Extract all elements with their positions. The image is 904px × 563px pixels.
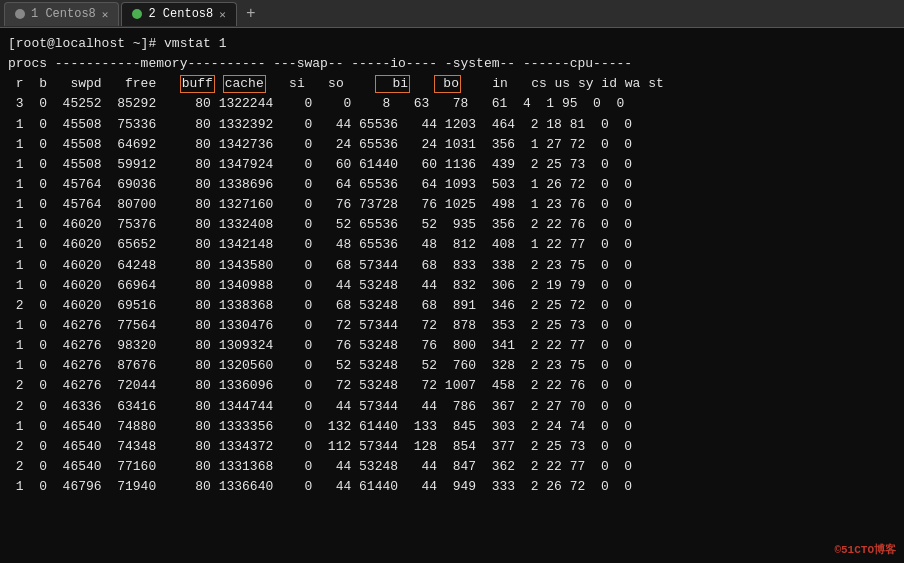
cache-highlight: cache <box>223 75 266 93</box>
table-row: 1 0 46020 65652 80 1342148 0 48 65536 48… <box>8 235 896 255</box>
bo-highlight: bo <box>434 75 461 93</box>
command-line: [root@localhost ~]# vmstat 1 <box>8 34 896 54</box>
table-row: 1 0 46796 71940 80 1336640 0 44 61440 44… <box>8 477 896 497</box>
header-line-1: procs -----------memory---------- ---swa… <box>8 54 896 74</box>
table-row: 1 0 45508 64692 80 1342736 0 24 65536 24… <box>8 135 896 155</box>
tab-add-button[interactable]: + <box>239 2 263 26</box>
tab-2-icon <box>132 9 142 19</box>
table-row: 1 0 45508 75336 80 1332392 0 44 65536 44… <box>8 115 896 135</box>
tab-2[interactable]: 2 Centos8 ✕ <box>121 2 236 26</box>
table-row: 1 0 46020 64248 80 1343580 0 68 57344 68… <box>8 256 896 276</box>
table-row: 2 0 46540 74348 80 1334372 0 112 57344 1… <box>8 437 896 457</box>
table-row: 1 0 46020 75376 80 1332408 0 52 65536 52… <box>8 215 896 235</box>
table-row: 1 0 45508 59912 80 1347924 0 60 61440 60… <box>8 155 896 175</box>
table-row: 1 0 46276 87676 80 1320560 0 52 53248 52… <box>8 356 896 376</box>
table-row: 2 0 46276 72044 80 1336096 0 72 53248 72… <box>8 376 896 396</box>
table-row: 3 0 45252 85292 80 1322244 0 0 8 63 78 6… <box>8 94 896 114</box>
tab-2-label: 2 Centos8 <box>148 7 213 21</box>
tab-1-icon <box>15 9 25 19</box>
tab-1[interactable]: 1 Centos8 ✕ <box>4 2 119 26</box>
tab-bar: 1 Centos8 ✕ 2 Centos8 ✕ + <box>0 0 904 28</box>
table-row: 1 0 46276 77564 80 1330476 0 72 57344 72… <box>8 316 896 336</box>
table-row: 1 0 46020 66964 80 1340988 0 44 53248 44… <box>8 276 896 296</box>
watermark: ©51CTO博客 <box>834 542 896 557</box>
data-rows: 3 0 45252 85292 80 1322244 0 0 8 63 78 6… <box>8 94 896 497</box>
table-row: 2 0 46540 77160 80 1331368 0 44 53248 44… <box>8 457 896 477</box>
tab-1-close[interactable]: ✕ <box>102 8 109 21</box>
tab-2-close[interactable]: ✕ <box>219 8 226 21</box>
header-line-2: r b swpd free buff cache si so bi bo in … <box>8 74 896 94</box>
table-row: 1 0 45764 80700 80 1327160 0 76 73728 76… <box>8 195 896 215</box>
buff-highlight: buff <box>180 75 215 93</box>
table-row: 1 0 45764 69036 80 1338696 0 64 65536 64… <box>8 175 896 195</box>
table-row: 2 0 46336 63416 80 1344744 0 44 57344 44… <box>8 397 896 417</box>
table-row: 1 0 46540 74880 80 1333356 0 132 61440 1… <box>8 417 896 437</box>
table-row: 1 0 46276 98320 80 1309324 0 76 53248 76… <box>8 336 896 356</box>
terminal: [root@localhost ~]# vmstat 1 procs -----… <box>0 28 904 563</box>
tab-1-label: 1 Centos8 <box>31 7 96 21</box>
table-row: 2 0 46020 69516 80 1338368 0 68 53248 68… <box>8 296 896 316</box>
bi-highlight: bi <box>375 75 410 93</box>
